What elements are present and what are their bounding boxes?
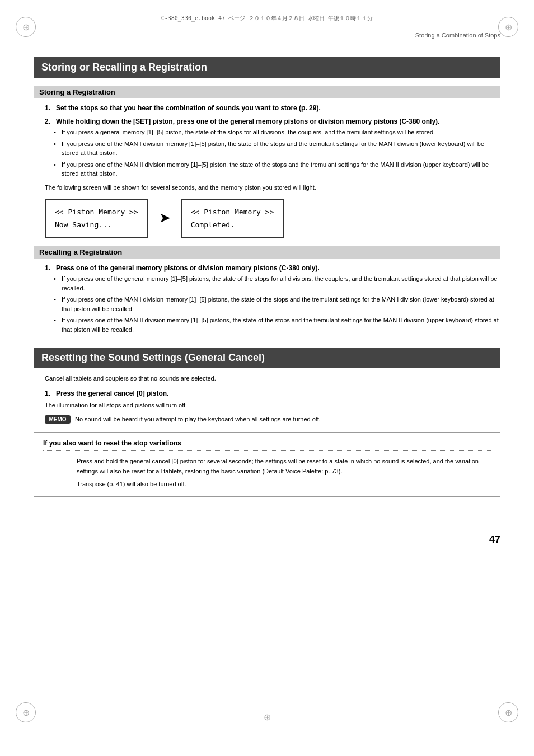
info-box-title: If you also want to reset the stop varia… [43, 439, 491, 447]
dotted-divider [43, 450, 491, 451]
step2-text: While holding down the [SET] piston, pre… [56, 118, 439, 125]
page-subtitle: Storing a Combination of Stops [0, 26, 534, 41]
info-box: If you also want to reset the stop varia… [34, 432, 500, 497]
info-box-body2: Transpose (p. 41) will also be turned of… [43, 480, 491, 490]
step1-recalling-text: Press one of the general memory pistons … [56, 264, 320, 272]
lcd-container: << Piston Memory >> Now Saving... ➤ << P… [45, 199, 500, 238]
center-mark-bottom: ⊕ [264, 712, 271, 722]
section2-header: Resetting the Sound Settings (General Ca… [34, 348, 500, 368]
subsection1-header: Storing a Registration [34, 86, 500, 98]
arrow-icon: ➤ [160, 211, 170, 226]
step1-reset: 1. Press the general cancel [0] piston. … [45, 389, 500, 424]
step1-recalling-bullets: If you press one of the general memory [… [54, 274, 500, 334]
section1-header: Storing or Recalling a Registration [34, 57, 500, 78]
lcd-completed-line2: Completed. [191, 218, 235, 231]
bullet-item: If you press one of the MAN I division m… [54, 295, 500, 313]
step1-text: Set the stops so that you hear the combi… [56, 104, 321, 112]
info-box-body1: Press and hold the general cancel [0] pi… [43, 457, 491, 476]
lcd-completed-line1: << Piston Memory >> [191, 205, 274, 218]
illumination-text: The illumination for all stops and pisto… [45, 401, 500, 411]
page-number: 47 [0, 525, 534, 546]
step1-number: 1. Set the stops so that you hear the co… [45, 104, 500, 112]
bullet-item: If you press a general memory [1]–[5] pi… [54, 128, 500, 137]
bullet-item: If you press one of the MAN II division … [54, 316, 500, 334]
subsection2-header: Recalling a Registration [34, 246, 500, 259]
lcd-completed: << Piston Memory >> Completed. [181, 199, 284, 238]
header-bar: C-380_330_e.book 47 ページ ２０１０年４月２８日 水曜日 午… [0, 11, 534, 26]
main-content: Storing or Recalling a Registration Stor… [0, 41, 534, 514]
corner-registration-tr [498, 17, 518, 37]
step1-recalling-number: 1. Press one of the general memory pisto… [45, 264, 500, 272]
step1-storing: 1. Set the stops so that you hear the co… [45, 104, 500, 112]
screen-text: The following screen will be shown for s… [45, 184, 500, 191]
lcd-saving: << Piston Memory >> Now Saving... [45, 199, 148, 238]
memo-label: MEMO [45, 415, 71, 424]
corner-registration-tl [16, 17, 36, 37]
step2-storing: 2. While holding down the [SET] piston, … [45, 118, 500, 179]
lcd-saving-line1: << Piston Memory >> [55, 205, 138, 218]
step1-reset-number: 1. Press the general cancel [0] piston. [45, 389, 500, 397]
header-file-info: C-380_330_e.book 47 ページ ２０１０年４月２８日 水曜日 午… [161, 15, 373, 22]
section2-intro: Cancel all tablets and couplers so that … [45, 374, 500, 384]
bullet-item: If you press one of the MAN I division m… [54, 139, 500, 158]
bullet-item: If you press one of the general memory [… [54, 274, 500, 293]
corner-registration-br [498, 702, 518, 722]
lcd-saving-line2: Now Saving... [55, 218, 112, 231]
step2-number: 2. While holding down the [SET] piston, … [45, 118, 500, 125]
memo-box: MEMO No sound will be heard if you attem… [45, 415, 500, 424]
bullet-item: If you press one of the MAN II division … [54, 160, 500, 179]
memo-text: No sound will be heard if you attempt to… [75, 415, 321, 424]
step2-bullets: If you press a general memory [1]–[5] pi… [54, 128, 500, 179]
step1-reset-text: Press the general cancel [0] piston. [56, 389, 168, 397]
step1-recalling: 1. Press one of the general memory pisto… [45, 264, 500, 334]
corner-registration-bl [16, 702, 36, 722]
